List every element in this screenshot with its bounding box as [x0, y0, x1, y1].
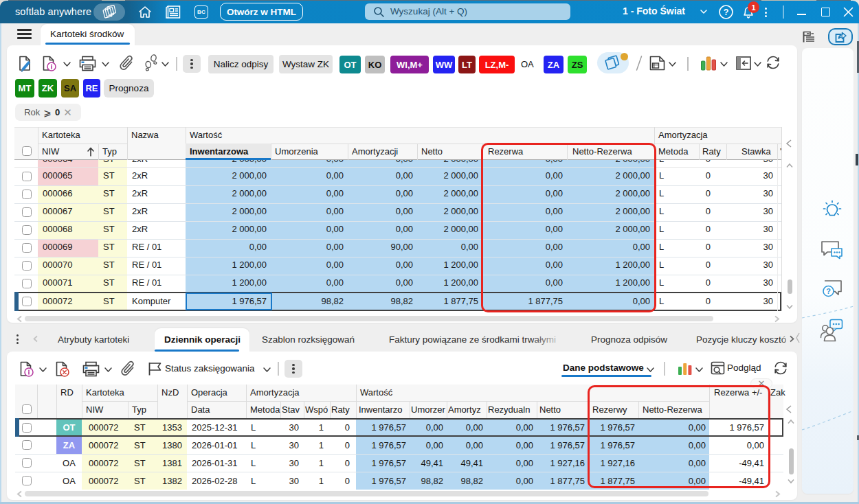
svg-text:?: ? — [724, 8, 729, 17]
svg-text:?: ? — [826, 287, 831, 295]
